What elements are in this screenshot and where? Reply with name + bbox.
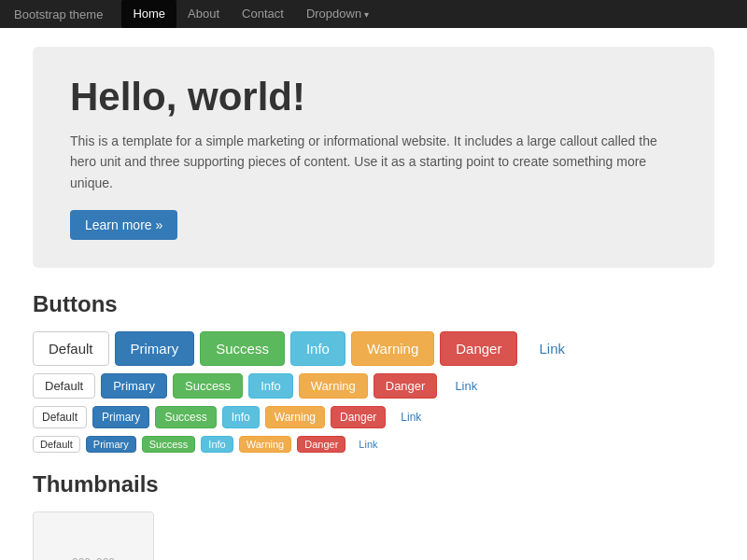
btn-default-lg[interactable]: Default [33,331,109,366]
btn-link-sm[interactable]: Link [391,406,430,428]
jumbotron: Hello, world! This is a template for a s… [33,47,714,268]
thumbnail-label: 200x200 [72,556,115,560]
thumbnails-section: Thumbnails 200x200 [33,471,714,560]
button-row-small: Default Primary Success Info Warning Dan… [33,406,714,428]
btn-info-md[interactable]: Info [248,373,293,399]
btn-primary-xs[interactable]: Primary [86,436,136,453]
main-container: Hello, world! This is a template for a s… [19,28,728,560]
btn-warning-xs[interactable]: Warning [239,436,292,453]
button-row-medium: Default Primary Success Info Warning Dan… [33,373,714,399]
nav-link-dropdown[interactable]: Dropdown▾ [295,0,380,29]
btn-info-lg[interactable]: Info [290,331,345,366]
thumbnails-section-title: Thumbnails [33,471,714,497]
btn-info-xs[interactable]: Info [201,436,233,453]
btn-danger-lg[interactable]: Danger [440,331,517,366]
btn-default-sm[interactable]: Default [33,406,87,428]
btn-default-xs[interactable]: Default [33,436,80,453]
btn-warning-lg[interactable]: Warning [351,331,434,366]
hero-title: Hello, world! [70,75,677,119]
nav-link-home[interactable]: Home [121,0,176,28]
btn-link-lg[interactable]: Link [523,331,581,366]
btn-primary-lg[interactable]: Primary [115,331,195,366]
btn-primary-md[interactable]: Primary [101,373,167,399]
btn-warning-md[interactable]: Warning [299,373,368,399]
nav-item-dropdown: Dropdown▾ [295,0,380,29]
chevron-down-icon: ▾ [364,9,369,20]
btn-info-sm[interactable]: Info [222,406,260,428]
nav-link-about[interactable]: About [176,0,231,28]
btn-danger-xs[interactable]: Danger [297,436,345,453]
navbar-nav: Home About Contact Dropdown▾ [121,0,380,29]
navbar-brand[interactable]: Bootstrap theme [14,7,103,21]
nav-item-home: Home [121,0,176,29]
nav-item-about: About [176,0,231,29]
btn-danger-md[interactable]: Danger [374,373,438,399]
buttons-section: Buttons Default Primary Success Info War… [33,291,714,453]
thumbnail-item[interactable]: 200x200 [33,511,154,560]
btn-success-sm[interactable]: Success [155,406,216,428]
button-row-xsmall: Default Primary Success Info Warning Dan… [33,436,714,453]
nav-link-contact[interactable]: Contact [231,0,295,28]
button-row-large: Default Primary Success Info Warning Dan… [33,331,714,366]
btn-default-md[interactable]: Default [33,373,95,399]
btn-success-md[interactable]: Success [173,373,243,399]
navbar: Bootstrap theme Home About Contact Dropd… [0,0,747,28]
hero-description: This is a template for a simple marketin… [70,131,677,193]
btn-success-lg[interactable]: Success [200,331,285,366]
btn-danger-sm[interactable]: Danger [331,406,386,428]
learn-more-button[interactable]: Learn more » [70,210,177,240]
btn-warning-sm[interactable]: Warning [265,406,325,428]
btn-primary-sm[interactable]: Primary [92,406,149,428]
btn-link-md[interactable]: Link [443,373,489,399]
btn-success-xs[interactable]: Success [142,436,196,453]
buttons-section-title: Buttons [33,291,714,317]
btn-link-xs[interactable]: Link [351,436,385,453]
nav-item-contact: Contact [231,0,295,29]
